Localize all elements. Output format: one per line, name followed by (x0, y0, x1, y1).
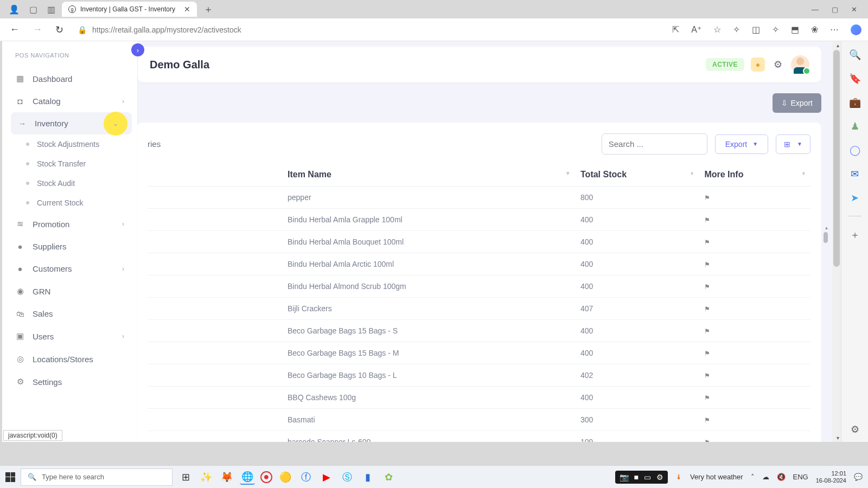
table-row[interactable]: Beco Garbage Bags 10 Bags - L402⚑ (148, 364, 810, 387)
office-icon[interactable]: ◯ (850, 144, 860, 156)
notifications-icon[interactable]: 💬 (854, 473, 863, 481)
outlook-icon[interactable]: ✉ (851, 168, 859, 180)
text-size-icon[interactable]: A⁺ (691, 24, 701, 35)
store-icon[interactable]: ▮ (360, 470, 375, 485)
sidebar-item-customers[interactable]: ● Customers › (2, 258, 137, 280)
scrollbar-thumb[interactable] (833, 50, 840, 267)
table-row[interactable]: Bindu Herbal Amla Bouquet 100ml400⚑ (148, 231, 810, 253)
table-row[interactable]: Basmati300⚑ (148, 409, 810, 431)
favorite-icon[interactable]: ☆ (713, 24, 721, 35)
page-scrollbar[interactable]: ▴ ▾ (832, 41, 841, 442)
back-button[interactable]: ← (7, 22, 23, 37)
sidebar-item-dashboard[interactable]: ▦ Dashboard (2, 67, 137, 90)
sidebar-item-grn[interactable]: ◉ GRN (2, 280, 137, 303)
table-row[interactable]: Bindu Herbal Amla Arctic 100ml400⚑ (148, 253, 810, 275)
open-external-icon[interactable]: ⇱ (672, 24, 679, 35)
cell-more-info[interactable]: ⚑ (699, 275, 810, 298)
volume-icon[interactable]: 🔇 (777, 473, 786, 481)
skype-icon[interactable]: Ⓢ (340, 470, 355, 485)
tag-icon[interactable]: 🔖 (849, 73, 861, 85)
table-row[interactable]: Beco Garbage Bags 15 Bags - M400⚑ (148, 342, 810, 364)
export-dropdown-button[interactable]: Export ▼ (715, 134, 768, 154)
sidebar-toggle-button[interactable]: › (131, 43, 144, 56)
tabs-icon[interactable]: ▥ (47, 4, 55, 15)
export-button[interactable]: ⇩ Export (773, 93, 821, 113)
firefox-icon[interactable]: 🦊 (219, 470, 234, 485)
col-item-name[interactable]: Item Name▾ (148, 163, 575, 187)
downloads-icon[interactable]: ⬒ (791, 24, 799, 35)
sidebar-sub-current-stock[interactable]: Current Stock (2, 193, 137, 213)
sidebar-item-locations[interactable]: ◎ Locations/Stores (2, 348, 137, 370)
facebook-icon[interactable]: ⓕ (298, 470, 314, 485)
columns-button[interactable]: ⊞ ▼ (776, 134, 810, 154)
scroll-up-icon[interactable]: ▴ (837, 42, 839, 48)
copilot-icon[interactable] (851, 24, 861, 35)
add-panel-icon[interactable]: ＋ (850, 228, 860, 241)
window-minimize-icon[interactable]: — (812, 5, 819, 14)
collections-icon[interactable]: ✧ (772, 24, 779, 35)
avatar[interactable] (791, 55, 809, 74)
cell-more-info[interactable]: ⚑ (699, 364, 810, 387)
cell-more-info[interactable]: ⚑ (699, 187, 810, 209)
sidebar-item-promotion[interactable]: ≋ Promotion › (2, 213, 137, 235)
table-scrollbar-thumb[interactable] (824, 232, 828, 243)
col-total-stock[interactable]: Total Stock♦ (575, 163, 699, 187)
record-icon[interactable]: ● (260, 471, 272, 483)
sidebar-item-suppliers[interactable]: ● Suppliers (2, 235, 137, 258)
sidebar-item-catalog[interactable]: ◘ Catalog › (2, 90, 137, 112)
cell-more-info[interactable]: ⚑ (699, 409, 810, 431)
edge-icon[interactable]: 🌐 (240, 470, 255, 485)
start-button[interactable] (5, 472, 15, 482)
table-row[interactable]: BBQ Cashews 100g400⚑ (148, 387, 810, 409)
cell-more-info[interactable]: ⚑ (699, 387, 810, 409)
profile-icon[interactable]: 👤 (9, 4, 20, 15)
cell-more-info[interactable]: ⚑ (699, 209, 810, 231)
task-view-icon[interactable]: ⊞ (178, 470, 193, 485)
gear-icon[interactable]: ⚙ (774, 59, 782, 70)
cell-more-info[interactable]: ⚑ (699, 253, 810, 275)
cell-more-info[interactable]: ⚑ (699, 320, 810, 342)
sidebar-sub-stock-transfer[interactable]: Stock Transfer (2, 154, 137, 174)
window-close-icon[interactable]: ✕ (851, 5, 857, 14)
workspaces-icon[interactable]: ▢ (29, 4, 37, 15)
search-icon[interactable]: 🔍 (849, 49, 861, 61)
more-menu-icon[interactable]: ⋯ (830, 24, 839, 35)
table-row[interactable]: barcode Scanner Ls-600109⚑ (148, 431, 810, 442)
table-row[interactable]: pepper800⚑ (148, 187, 810, 209)
game-bar-widget[interactable]: 📷 ■ ▭ ⚙ (615, 471, 668, 484)
onedrive-icon[interactable]: ☁ (762, 473, 769, 481)
cell-more-info[interactable]: ⚑ (699, 342, 810, 364)
briefcase-icon[interactable]: 💼 (849, 97, 861, 108)
weather-text[interactable]: Very hot weather (690, 473, 743, 481)
sidebar-item-inventory[interactable]: → Inventory ⌄ (11, 112, 132, 134)
scroll-down-icon[interactable]: ▾ (837, 435, 839, 441)
credits-icon[interactable]: ● (751, 57, 765, 72)
address-bar[interactable]: 🔒 https://retail.galla.app/mystorev2/act… (73, 23, 246, 36)
table-row[interactable]: Bijli Crackers407⚑ (148, 298, 810, 320)
table-row[interactable]: Bindu Herbal Almond Scrub 100gm400⚑ (148, 275, 810, 298)
close-tab-icon[interactable]: ✕ (184, 5, 190, 14)
app-icon-green[interactable]: ✿ (381, 470, 396, 485)
table-scroll-up-icon[interactable]: ▴ (825, 224, 828, 230)
sidebar-item-sales[interactable]: 🛍 Sales (2, 303, 137, 325)
youtube-icon[interactable]: ▶ (319, 470, 334, 485)
col-more-info[interactable]: More Info♦ (699, 163, 810, 187)
tray-chevron-icon[interactable]: ˄ (751, 473, 755, 481)
taskbar-search[interactable]: 🔍 Type here to search (21, 468, 173, 486)
table-row[interactable]: Bindu Herbal Amla Grapple 100ml400⚑ (148, 209, 810, 231)
sidebar-sub-stock-audit[interactable]: Stock Audit (2, 174, 137, 193)
refresh-button[interactable]: ↻ (52, 22, 67, 38)
search-input[interactable] (602, 133, 707, 155)
cell-more-info[interactable]: ⚑ (699, 298, 810, 320)
cell-more-info[interactable]: ⚑ (699, 431, 810, 442)
language-indicator[interactable]: ENG (793, 473, 808, 481)
table-row[interactable]: Beco Garbage Bags 15 Bags - S400⚑ (148, 320, 810, 342)
send-icon[interactable]: ➤ (851, 192, 859, 204)
new-tab-button[interactable]: ＋ (203, 3, 213, 16)
sidebar-item-users[interactable]: ▣ Users › (2, 325, 137, 348)
browser-tab[interactable]: g Inventory | Galla GST - Inventory ✕ (62, 2, 197, 17)
window-maximize-icon[interactable]: ▢ (832, 5, 838, 14)
panel-settings-icon[interactable]: ⚙ (851, 423, 859, 435)
sidebar-sub-stock-adjustments[interactable]: Stock Adjustments (2, 134, 137, 154)
cell-more-info[interactable]: ⚑ (699, 231, 810, 253)
